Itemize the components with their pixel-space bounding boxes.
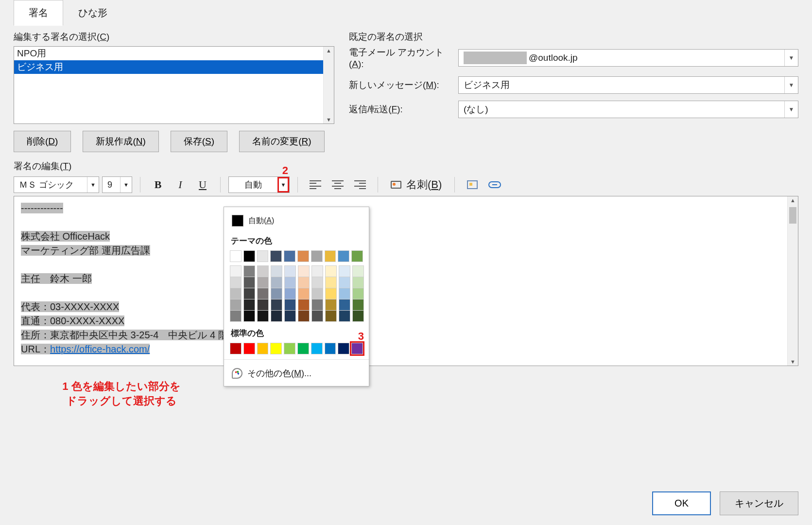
font-name-combo[interactable]: ＭＳ ゴシック ▼: [14, 176, 99, 193]
chevron-down-icon[interactable]: ▼: [784, 77, 798, 93]
color-swatch[interactable]: [257, 343, 269, 354]
color-swatch[interactable]: [325, 288, 337, 299]
font-color-combo[interactable]: 自動 ▼ 2: [228, 176, 290, 193]
color-swatch[interactable]: [311, 299, 323, 311]
scrollbar-thumb[interactable]: [789, 207, 796, 224]
color-swatch[interactable]: [257, 299, 269, 311]
ok-button[interactable]: OK: [652, 491, 711, 515]
color-swatch[interactable]: [284, 288, 296, 299]
color-swatch[interactable]: [325, 343, 336, 354]
color-swatch[interactable]: [271, 265, 282, 277]
color-swatch[interactable]: [352, 265, 364, 277]
color-swatch[interactable]: [311, 250, 323, 262]
bold-button[interactable]: B: [148, 176, 168, 193]
color-swatch[interactable]: [243, 250, 255, 262]
color-swatch[interactable]: [339, 299, 350, 311]
color-swatch[interactable]: [351, 250, 363, 262]
color-swatch[interactable]: [257, 277, 269, 288]
color-swatch[interactable]: [325, 299, 337, 311]
color-swatch[interactable]: [339, 265, 350, 277]
color-swatch[interactable]: [298, 310, 310, 322]
chevron-down-icon[interactable]: ▼: [120, 177, 132, 192]
color-swatch[interactable]: [243, 310, 255, 322]
color-swatch[interactable]: [284, 250, 295, 262]
color-swatch[interactable]: [298, 288, 310, 299]
color-swatch[interactable]: [298, 277, 310, 288]
color-swatch[interactable]: [271, 288, 282, 299]
chevron-down-icon[interactable]: ▼: [87, 177, 99, 192]
color-swatch[interactable]: [297, 343, 309, 354]
color-swatch[interactable]: [297, 250, 309, 262]
signature-url-link[interactable]: https://office-hack.com/: [50, 344, 150, 354]
tab-template[interactable]: ひな形: [63, 0, 122, 26]
color-swatch[interactable]: [243, 277, 255, 288]
color-swatch[interactable]: [243, 288, 255, 299]
color-swatch[interactable]: [270, 250, 282, 262]
business-card-button[interactable]: 名刺(B): [386, 176, 447, 193]
save-button[interactable]: 保存(S): [171, 131, 227, 152]
color-swatch[interactable]: [284, 265, 296, 277]
color-swatch[interactable]: [230, 288, 242, 299]
chevron-up-icon[interactable]: ▲: [324, 48, 334, 53]
chevron-up-icon[interactable]: ▲: [788, 197, 798, 203]
color-swatch[interactable]: [352, 299, 364, 311]
color-swatch[interactable]: [339, 277, 350, 288]
color-swatch[interactable]: [230, 310, 242, 322]
insert-image-button[interactable]: [463, 176, 482, 193]
color-swatch[interactable]: [311, 343, 323, 354]
color-swatch[interactable]: [243, 299, 255, 311]
font-size-combo[interactable]: 9 ▼: [102, 176, 132, 193]
color-swatch[interactable]: [271, 299, 282, 311]
font-color-dropdown-button[interactable]: ▼: [277, 177, 289, 192]
color-swatch[interactable]: [230, 277, 242, 288]
align-center-button[interactable]: [328, 176, 347, 193]
color-swatch[interactable]: [257, 310, 269, 322]
color-swatch[interactable]: [230, 299, 242, 311]
color-swatch[interactable]: [284, 343, 295, 354]
color-swatch[interactable]: [311, 310, 323, 322]
color-swatch[interactable]: [325, 250, 336, 262]
color-swatch[interactable]: [271, 277, 282, 288]
color-swatch[interactable]: [311, 277, 323, 288]
new-message-combo[interactable]: ビジネス用 ▼: [458, 76, 798, 94]
color-swatch[interactable]: [243, 343, 255, 354]
color-swatch[interactable]: [352, 277, 364, 288]
color-swatch[interactable]: [271, 310, 282, 322]
chevron-down-icon[interactable]: ▼: [784, 50, 798, 66]
editor-scrollbar[interactable]: ▲ ▼: [787, 196, 798, 366]
chevron-down-icon[interactable]: ▼: [324, 117, 334, 122]
color-swatch[interactable]: [243, 265, 255, 277]
delete-button[interactable]: 削除(D): [14, 131, 71, 152]
chevron-down-icon[interactable]: ▼: [784, 101, 798, 118]
color-swatch[interactable]: [352, 288, 364, 299]
list-item[interactable]: NPO用: [14, 47, 323, 60]
color-swatch[interactable]: [257, 288, 269, 299]
color-swatch[interactable]: [339, 310, 350, 322]
insert-link-button[interactable]: [485, 176, 504, 193]
underline-button[interactable]: U: [193, 176, 212, 193]
color-swatch[interactable]: [284, 277, 296, 288]
color-swatch[interactable]: [257, 250, 269, 262]
color-swatch[interactable]: [298, 299, 310, 311]
align-right-button[interactable]: [350, 176, 370, 193]
color-swatch[interactable]: [230, 265, 242, 277]
color-swatch[interactable]: [351, 343, 363, 354]
color-swatch[interactable]: [338, 250, 349, 262]
color-swatch[interactable]: [257, 265, 269, 277]
cancel-button[interactable]: キャンセル: [720, 491, 798, 515]
color-swatch[interactable]: [311, 265, 323, 277]
color-swatch[interactable]: [298, 265, 310, 277]
color-swatch[interactable]: [325, 265, 337, 277]
color-swatch[interactable]: [311, 288, 323, 299]
new-button[interactable]: 新規作成(N): [83, 131, 158, 152]
rename-button[interactable]: 名前の変更(R): [239, 131, 324, 152]
listbox-scrollbar[interactable]: ▲ ▼: [323, 47, 334, 123]
color-swatch[interactable]: [270, 343, 282, 354]
signature-editor[interactable]: ------------- 株式会社 OfficeHack マーケティング部 運…: [14, 196, 787, 366]
signature-listbox[interactable]: NPO用 ビジネス用 ▲ ▼: [14, 46, 334, 124]
color-swatch[interactable]: [338, 343, 349, 354]
color-swatch[interactable]: [284, 299, 296, 311]
color-swatch[interactable]: [325, 310, 337, 322]
tab-signature[interactable]: 署名: [14, 0, 63, 26]
email-account-combo[interactable]: @outlook.jp ▼: [458, 49, 798, 67]
